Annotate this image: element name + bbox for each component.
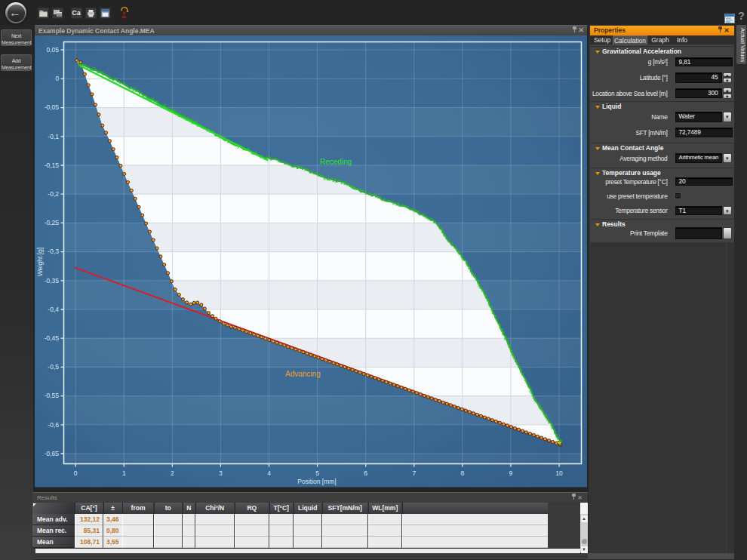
svg-text:-0,45: -0,45 <box>45 334 60 342</box>
svg-text:0,05: 0,05 <box>46 46 59 54</box>
svg-text:0: 0 <box>55 75 59 82</box>
svg-text:-0,6: -0,6 <box>48 421 59 429</box>
svg-text:-0,1: -0,1 <box>48 133 59 140</box>
svg-text:Position [mm]: Position [mm] <box>297 478 337 485</box>
svg-text:Receding: Receding <box>320 158 352 166</box>
svg-text:7: 7 <box>412 469 416 477</box>
svg-text:0: 0 <box>74 469 78 477</box>
svg-text:Weight [g]: Weight [g] <box>36 248 44 276</box>
svg-text:6: 6 <box>364 469 367 477</box>
svg-text:Advancing: Advancing <box>285 370 321 378</box>
svg-text:-0,5: -0,5 <box>48 363 59 371</box>
svg-text:-0,15: -0,15 <box>45 162 60 169</box>
svg-text:-0,2: -0,2 <box>48 190 59 198</box>
svg-text:-0,05: -0,05 <box>45 103 60 111</box>
svg-text:4: 4 <box>267 469 271 477</box>
svg-text:9: 9 <box>509 469 513 477</box>
svg-text:-0,3: -0,3 <box>48 248 59 255</box>
svg-text:3: 3 <box>219 469 223 477</box>
svg-text:-0,4: -0,4 <box>48 306 59 313</box>
svg-text:8: 8 <box>460 469 464 477</box>
svg-text:-0,25: -0,25 <box>45 219 60 226</box>
svg-text:5: 5 <box>315 469 319 477</box>
svg-text:2: 2 <box>171 469 174 477</box>
svg-text:1: 1 <box>122 469 126 477</box>
svg-text:-0,65: -0,65 <box>45 450 60 457</box>
svg-text:-0,55: -0,55 <box>45 392 60 399</box>
svg-text:10: 10 <box>555 469 563 477</box>
svg-text:-0,35: -0,35 <box>45 277 60 285</box>
